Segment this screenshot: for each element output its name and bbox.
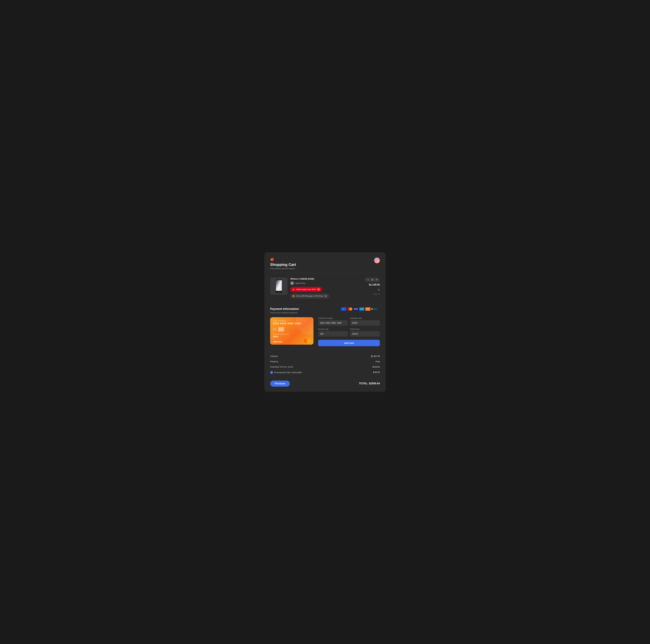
color-label: Space Gray xyxy=(295,282,305,284)
badges: 🍎 Added Apple Care $199 ✕ 🎁 Add a Gift M… xyxy=(290,287,362,299)
paypal-label: PayPal xyxy=(374,308,380,310)
card-number-display: 4324 5433 9382 1030 xyxy=(273,322,311,325)
promo-label: Promotional Code: Z4KXLM9A xyxy=(274,371,302,374)
cart-right: − 2 + $1,149.00 ✕ #254278 xyxy=(365,277,380,295)
total-label: TOTAL: $2556.64 xyxy=(359,382,380,385)
cc-number-label: Credit card number xyxy=(318,317,348,319)
paypal-divider xyxy=(371,308,373,310)
payment-icon-amex: AMEX xyxy=(359,307,364,311)
exp-label: Expiration date xyxy=(350,317,380,319)
payment-icon-visa: VISA xyxy=(353,307,358,311)
credit-card-visual: CARD NUMBER 4324 5433 9382 1030 )))) EXP… xyxy=(270,317,314,345)
contactless-icon: )))) xyxy=(273,328,277,331)
product-image xyxy=(270,277,287,295)
payment-header-left: Payment Information xyxy=(270,307,299,311)
cart-item: iPhone X 256GB (GSM) Space Gray 🍎 Added … xyxy=(270,276,380,301)
card-holder-name: John Doe xyxy=(273,341,282,343)
color-swatch xyxy=(290,281,294,285)
quantity-decrease-button[interactable]: − xyxy=(367,278,369,281)
svg-rect-3 xyxy=(278,279,280,280)
card-number-label: CARD NUMBER xyxy=(273,320,311,322)
apple-care-logo: 🍎 xyxy=(292,288,295,291)
payment-body: CARD NUMBER 4324 5433 9382 1030 )))) EXP… xyxy=(270,317,380,346)
card-bottom: John Doe xyxy=(273,339,311,343)
payment-icon-discover: DISC xyxy=(365,307,370,311)
item-price: $1,149.00 xyxy=(369,283,380,286)
security-row: Security code Postal Code xyxy=(318,328,380,337)
payment-section: Payment Information ● VISA AMEX DISC Pay… xyxy=(270,307,380,346)
payment-header: Payment Information ● VISA AMEX DISC Pay… xyxy=(270,307,380,311)
card-exp-value: 03/24 xyxy=(273,335,311,338)
postal-input[interactable] xyxy=(350,331,380,337)
add-gift-button[interactable]: + xyxy=(324,295,327,298)
card-exp-label: EXPIRATION DATE xyxy=(273,334,311,335)
purchase-button[interactable]: Purchase xyxy=(270,381,290,387)
iphone-illustration xyxy=(275,279,283,294)
shopping-cart-container: 🍎 Shopping Cart Free delivery and free r… xyxy=(264,252,386,392)
item-actions: ✕ xyxy=(378,288,380,292)
subtotal-value: $2,497.00 xyxy=(371,355,380,357)
security-input[interactable] xyxy=(318,331,348,337)
subtotal-label: Subtotal xyxy=(270,355,278,357)
quantity-control: − 2 + xyxy=(365,277,380,282)
promo-icon: ● xyxy=(270,371,273,374)
color-row: Space Gray xyxy=(290,281,362,285)
paypal-text: Pay xyxy=(374,308,377,310)
exp-group: Expiration date xyxy=(350,317,380,326)
avatar-image xyxy=(374,258,380,263)
shipping-label: Shipping xyxy=(270,361,278,363)
exp-input[interactable] xyxy=(350,320,380,326)
tax-label: Estimated TAX for: 10119 xyxy=(270,366,293,368)
mastercard-icon xyxy=(347,307,352,311)
header-divider xyxy=(270,273,380,273)
header-left: 🍎 Shopping Cart Free delivery and free r… xyxy=(270,258,296,270)
product-name: iPhone X 256GB (GSM) xyxy=(290,277,362,280)
chip-icon xyxy=(278,327,284,332)
cc-row: Credit card number Expiration date xyxy=(318,317,380,326)
apple-logo-icon: 🍎 xyxy=(270,258,296,261)
cc-number-group: Credit card number xyxy=(318,317,348,326)
svg-point-4 xyxy=(278,292,279,293)
apple-care-label: Added Apple Care $199 xyxy=(296,288,316,291)
tax-value: $119.64 xyxy=(372,366,380,368)
remove-apple-care-button[interactable]: ✕ xyxy=(317,288,320,291)
footer: Purchase TOTAL: $2556.64 xyxy=(270,379,380,387)
cc-number-input[interactable] xyxy=(318,320,348,326)
shipping-value: Free xyxy=(376,361,380,363)
payment-icon-blue: ● xyxy=(341,307,346,311)
gift-badge: 🎁 Add a Gift Message or Gift Wrap + xyxy=(290,294,329,299)
page-title: Shopping Cart xyxy=(270,262,296,267)
postal-group: Postal Code xyxy=(350,328,380,337)
add-card-button[interactable]: Add Card xyxy=(318,340,380,346)
product-info: iPhone X 256GB (GSM) Space Gray 🍎 Added … xyxy=(290,277,362,299)
mc-circle-right xyxy=(306,339,311,343)
promo-value: $-60.00 xyxy=(373,371,380,374)
security-group: Security code xyxy=(318,328,348,337)
payment-title: Payment Information xyxy=(270,307,299,311)
payment-subtitle: Choose your method of payment. xyxy=(270,312,380,314)
payment-icons: ● VISA AMEX DISC PayPal xyxy=(341,307,380,311)
remove-item-button[interactable]: ✕ xyxy=(378,288,380,292)
gift-label: Add a Gift Message or Gift Wrap xyxy=(296,295,323,297)
security-label: Security code xyxy=(318,328,348,330)
shipping-row: Shipping Free xyxy=(270,359,380,364)
header: 🍎 Shopping Cart Free delivery and free r… xyxy=(270,258,380,270)
subtotal-row: Subtotal $2,497.00 xyxy=(270,353,380,359)
order-summary: Subtotal $2,497.00 Shipping Free Estimat… xyxy=(270,353,380,375)
postal-label: Postal Code xyxy=(350,328,380,330)
card-chip-row: )))) xyxy=(273,327,311,332)
gift-icon: 🎁 xyxy=(292,295,295,297)
page-subtitle: Free delivery and free returns. xyxy=(270,267,296,270)
apple-care-badge: 🍎 Added Apple Care $199 ✕ xyxy=(290,287,322,292)
paypal-text2: Pal xyxy=(377,308,380,310)
item-id: #254278 xyxy=(373,293,380,295)
svg-rect-2 xyxy=(276,280,282,291)
payment-form: Credit card number Expiration date Secur… xyxy=(318,317,380,346)
promo-row: ● Promotional Code: Z4KXLM9A $-60.00 xyxy=(270,370,380,375)
user-avatar[interactable] xyxy=(374,258,380,263)
quantity-increase-button[interactable]: + xyxy=(375,278,377,281)
tax-row: Estimated TAX for: 10119 $119.64 xyxy=(270,364,380,370)
payment-divider xyxy=(270,349,380,349)
quantity-value: 2 xyxy=(371,278,373,281)
promo-label-row: ● Promotional Code: Z4KXLM9A xyxy=(270,371,302,374)
